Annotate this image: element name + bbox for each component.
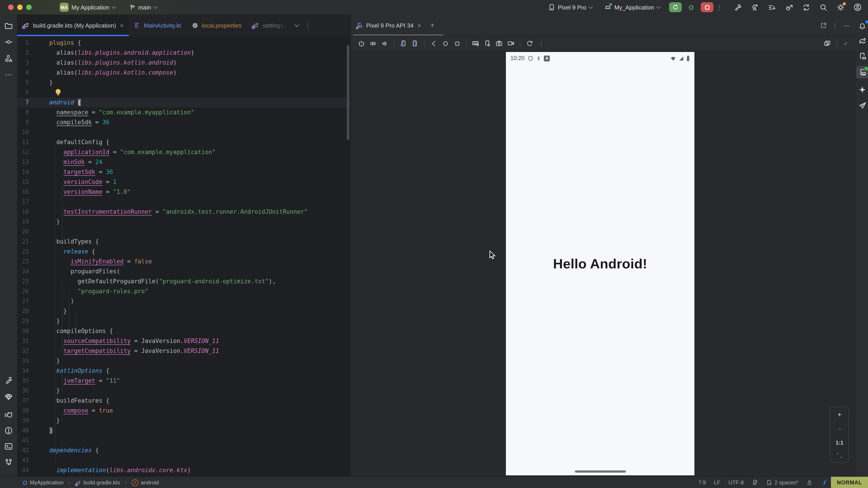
line-number[interactable]: 42	[17, 446, 29, 455]
project-tool-button[interactable]	[2, 19, 16, 33]
line-number[interactable]: 9	[17, 118, 29, 127]
android-back-button[interactable]	[428, 38, 439, 49]
tab-local-properties[interactable]: local.properties	[186, 14, 247, 36]
code-line[interactable]: 29 }	[17, 316, 350, 326]
more-tool-windows-button[interactable]: ···	[2, 68, 16, 81]
rotate-left-button[interactable]	[397, 38, 409, 49]
code-line[interactable]: 21 buildTypes {	[17, 237, 350, 247]
code-line[interactable]: 35 jvmTarget = "11"	[17, 376, 350, 386]
build-tool-button[interactable]	[2, 374, 16, 387]
code-line[interactable]: 24 proguardFiles(	[17, 267, 350, 276]
line-number[interactable]: 26	[17, 287, 29, 296]
line-number[interactable]: 24	[17, 267, 29, 276]
toolbar-more-button[interactable]: ⋮	[535, 38, 547, 49]
line-number[interactable]: 30	[17, 326, 29, 336]
breadcrumb-module[interactable]: MyApplication	[30, 480, 64, 486]
line-number[interactable]: 23	[17, 257, 29, 267]
code-line[interactable]: 2 alias(libs.plugins.android.application…	[17, 48, 350, 58]
code-line[interactable]: 27 )	[17, 296, 350, 306]
code-line[interactable]: 13 minSdk = 24	[17, 157, 350, 167]
project-widget[interactable]: MA My Application	[56, 1, 119, 13]
code-line[interactable]: 17	[17, 197, 350, 207]
line-number[interactable]: 8	[17, 107, 29, 118]
line-number[interactable]: 20	[17, 227, 29, 237]
code-line[interactable]: 40}	[17, 426, 350, 435]
minimize-window-button[interactable]	[17, 4, 23, 10]
code-line[interactable]: 8 namespace = "com.example.myapplication…	[17, 107, 350, 118]
code-editor[interactable]: 1plugins {2 alias(libs.plugins.android.a…	[17, 36, 350, 476]
stop-button[interactable]	[701, 2, 713, 12]
editor-scrollbar[interactable]	[347, 45, 349, 140]
terminal-tool-button[interactable]	[2, 440, 16, 453]
line-number[interactable]: 19	[17, 217, 29, 227]
gesture-navigation-bar[interactable]	[575, 470, 626, 473]
code-line[interactable]: 3 alias(libs.plugins.kotlin.android)	[17, 58, 350, 68]
logcat-tool-button[interactable]	[2, 408, 16, 421]
line-number[interactable]: 25	[17, 276, 29, 287]
line-number[interactable]: 44	[17, 465, 29, 475]
line-number[interactable]: 21	[17, 237, 29, 247]
close-device-tab-icon[interactable]: ×	[418, 22, 421, 29]
rerun-button[interactable]	[669, 2, 682, 12]
line-number[interactable]: 29	[17, 316, 29, 326]
line-number[interactable]: 38	[17, 406, 29, 416]
code-line[interactable]: 34 kotlinOptions {	[17, 366, 350, 376]
code-line[interactable]: 31 sourceCompatibility = JavaVersion.VER…	[17, 336, 350, 346]
code-line[interactable]: 39 }	[17, 416, 350, 426]
code-line[interactable]: 37 buildFeatures {	[17, 396, 350, 406]
android-home-button[interactable]	[439, 38, 451, 49]
close-tab-icon[interactable]: ×	[120, 22, 123, 29]
tab-options-button[interactable]: ⋮	[302, 14, 313, 36]
sync-gradle-button[interactable]	[800, 2, 812, 13]
line-number[interactable]: 37	[17, 396, 29, 406]
build-button[interactable]	[732, 2, 743, 13]
tab-scrollbar[interactable]	[353, 34, 443, 36]
code-line[interactable]: 7android {	[17, 98, 350, 107]
device-manager-button[interactable]	[857, 51, 868, 61]
apply-code-changes-button[interactable]	[766, 2, 778, 13]
code-line[interactable]: 9 compileSdk = 36	[17, 118, 350, 127]
gradle-tool-button[interactable]	[857, 35, 868, 46]
line-number[interactable]: 31	[17, 336, 29, 346]
code-line[interactable]: 15 versionCode = 1	[17, 177, 350, 187]
add-device-tab-button[interactable]: +	[427, 20, 438, 31]
file-encoding[interactable]: UTF-8	[724, 480, 748, 486]
code-line[interactable]: 5}	[17, 78, 350, 88]
emulator-screen[interactable]: 10:20 A Hello Android!	[506, 52, 694, 475]
line-number[interactable]: 11	[17, 137, 29, 147]
line-number[interactable]: 5	[17, 78, 29, 88]
code-line[interactable]: 1plugins {	[17, 38, 350, 48]
code-line[interactable]: 22 release {	[17, 247, 350, 257]
caret-position[interactable]: 7:9	[694, 480, 710, 486]
settings-button[interactable]	[835, 2, 846, 13]
line-number[interactable]: 13	[17, 157, 29, 167]
zoom-in-button[interactable]: +	[837, 411, 842, 419]
commit-tool-button[interactable]	[2, 35, 16, 49]
indent-config-button[interactable]: 2 spaces*	[763, 480, 802, 486]
device-settings-button[interactable]	[482, 38, 493, 49]
code-line[interactable]: 10	[17, 127, 350, 137]
device-tab[interactable]: Pixel 9 Pro API 34 ×	[351, 14, 427, 36]
tab-build-gradle-kts[interactable]: build.gradle.kts (My Application) ×	[17, 14, 129, 36]
hide-panel-button[interactable]: —	[841, 20, 852, 31]
volume-down-button[interactable]	[379, 38, 391, 49]
line-number[interactable]: 28	[17, 306, 29, 316]
code-line[interactable]: 11 defaultConfig {	[17, 137, 350, 147]
device-selector[interactable]: Pixel 9 Pro	[544, 2, 596, 12]
notifications-button[interactable]	[857, 21, 868, 32]
line-number[interactable]: 17	[17, 197, 29, 207]
vim-plugin-indicator[interactable]	[816, 480, 831, 486]
line-number[interactable]: 22	[17, 247, 29, 257]
line-separator[interactable]: LF	[710, 480, 724, 486]
code-line[interactable]: 16 versionName = "1.0"	[17, 187, 350, 197]
code-line[interactable]: 12 applicationId = "com.example.myapplic…	[17, 147, 350, 157]
line-number[interactable]: 41	[17, 435, 29, 446]
code-line[interactable]: 32 targetCompatibility = JavaVersion.VER…	[17, 346, 350, 356]
line-number[interactable]: 14	[17, 167, 29, 177]
line-number[interactable]: 6	[17, 88, 29, 98]
code-line[interactable]: 25 getDefaultProguardFile("proguard-andr…	[17, 276, 350, 287]
code-line[interactable]: 38 compose = true	[17, 406, 350, 416]
breadcrumb-file[interactable]: build.gradle.kts	[84, 480, 120, 486]
line-number[interactable]: 32	[17, 346, 29, 356]
code-line[interactable]: 44 implementation(libs.androidx.core.ktx…	[17, 465, 350, 475]
